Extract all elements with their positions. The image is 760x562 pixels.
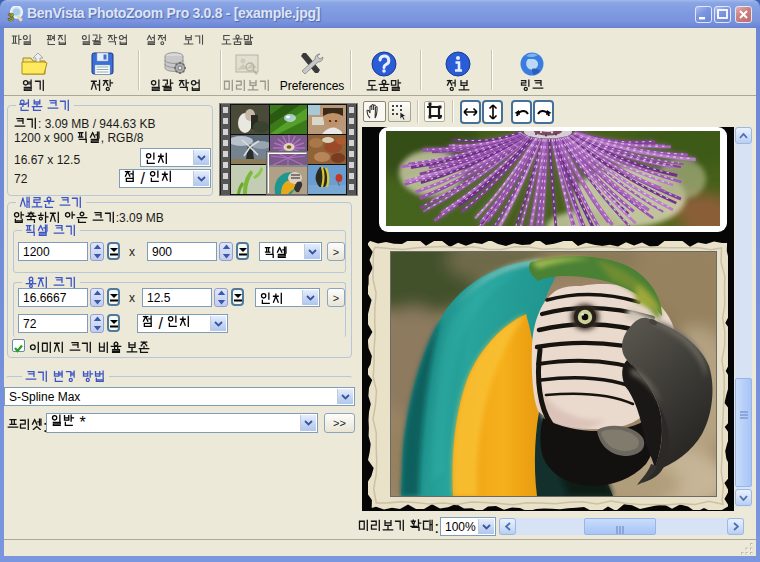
svg-text:3: 3 [8, 11, 14, 23]
